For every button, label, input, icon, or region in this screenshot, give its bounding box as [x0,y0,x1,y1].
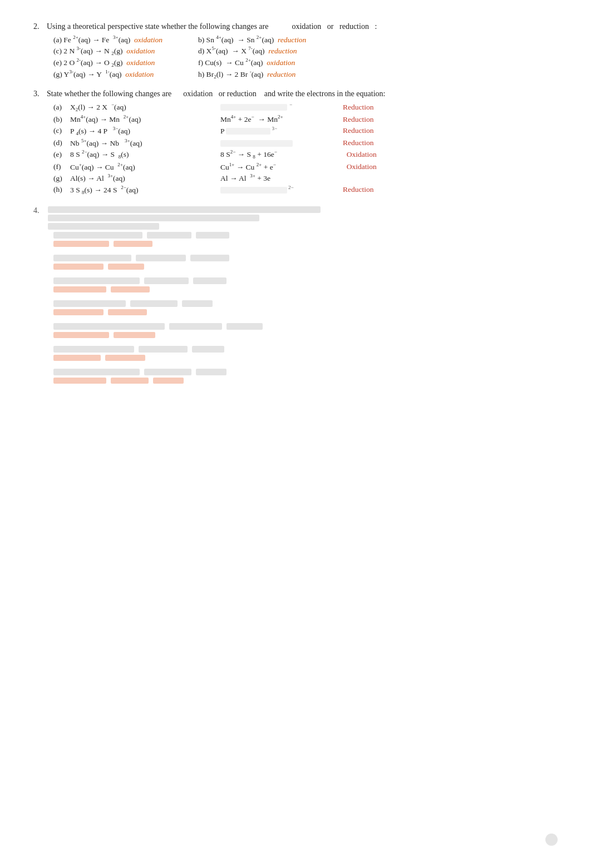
q4-blur-g-line2 [144,369,191,375]
q3-f-equation: Cu1+ → Cu 2+ + e− [220,162,343,172]
q4-blur-item-b [53,255,558,270]
q3-f-label: (f) [53,162,70,171]
q3-c-reaction: P 4(s) → 4 P 3−(aq) [70,126,181,136]
q4-blur-g-line3 [196,369,226,375]
q3-f-type: Oxidation [343,162,398,171]
q4-blur-c-ans1 [53,286,106,292]
q4-blur-f-line3 [192,346,224,353]
q4-blur-a-line2 [147,232,191,239]
q3-d-label: (d) [53,138,70,147]
q3-row-b: (b) Mn4+(aq) → Mn 2+(aq) Mn4+ + 2e− → Mn… [53,114,558,124]
q4-blur-g-line1 [53,369,140,375]
q2-row-f: f) Cu(s) → Cu 2+(aq) oxidation [198,57,354,67]
q4-blur-f-ans2 [105,355,145,361]
q3-c-equation: P 3− [220,126,343,136]
q3-b-type: Reduction [343,115,398,124]
q3-row-h: (h) 3 S 8(s) → 24 S 2−(aq) 2− Reduction [53,185,558,195]
q2-a-answer: oxidation [134,36,162,44]
page-icon [545,834,558,846]
q4-blur-item-d [53,300,558,315]
q4-blur-e-line1 [53,323,165,330]
q4-blur-d-ans1 [53,309,104,315]
q3-a-type: Reduction [343,103,398,112]
q4-blur-e-ans1 [53,332,109,338]
q2-text: Using a theoretical perspective state wh… [47,22,558,31]
q3-b-reaction: Mn4+(aq) → Mn 2+(aq) [70,114,181,124]
q3-d-reaction: Nb 5+(aq) → Nb 3+(aq) [70,138,181,148]
q3-g-label: (g) [53,174,70,183]
q2-d-answer: reduction [268,46,297,54]
q2-e-answer: oxidation [126,58,155,66]
q4-number-blurred: 4. [33,206,45,215]
q3-g-type [343,174,398,183]
question-4-blurred: 4. [33,206,558,384]
q4-blur-a-ans1 [53,241,109,247]
q3-g-equation: Al → Al 3+ + 3e [220,173,343,183]
q3-reactions-table: (a) X2(l) → 2 X −(aq) − Reduction (b) Mn… [53,102,558,195]
q4-blur-g-ans3 [153,378,184,384]
q3-b-equation: Mn4+ + 2e− → Mn2+ [220,114,343,124]
q2-number: 2. [33,22,47,31]
q3-header: 3. State whether the following changes a… [33,90,558,98]
q3-row-g: (g) Al(s) → Al 3+(aq) Al → Al 3+ + 3e [53,173,558,183]
q3-c-type: Reduction [343,126,398,135]
q3-d-charge [181,138,220,147]
q4-blur-d-line2 [130,300,178,307]
q3-row-c: (c) P 4(s) → 4 P 3−(aq) P 3− Reduction [53,126,558,136]
q4-blur-c-ans2 [111,286,150,292]
question-2: 2. Using a theoretical perspective state… [33,22,558,80]
q4-blur-b-line3 [190,255,229,261]
q2-row-h: h) Br2(l) → 2 Br -(aq) reduction [198,69,354,80]
q3-d-equation [220,138,343,147]
q3-a-equation: − [220,102,343,112]
q3-d-type: Reduction [343,138,398,147]
q2-reduction-label: reduction [339,22,369,31]
q3-g-reaction: Al(s) → Al 3+(aq) [70,173,181,183]
q3-c-label: (c) [53,126,70,135]
q3-row-f: (f) Cu+(aq) → Cu 2+(aq) Cu1+ → Cu 2+ + e… [53,162,558,172]
q3-h-type: Reduction [343,185,398,194]
q3-f-reaction: Cu+(aq) → Cu 2+(aq) [70,162,181,172]
q3-b-label: (b) [53,115,70,124]
q4-blur-line-1 [48,206,321,213]
q2-row-ab: (a) Fe 2+(aq) → Fe 3+(aq) oxidation b) S… [53,34,558,44]
q4-blur-item-e [53,323,558,338]
q2-c-answer: oxidation [126,46,155,54]
q4-blur-e-line2 [169,323,222,330]
q3-e-type: Oxidation [343,150,398,159]
q2-h-answer: reduction [267,70,296,78]
q4-blur-c-line3 [193,277,226,284]
q3-e-label: (e) [53,150,70,159]
q2-row-d: d) X5-(aq) → X 7-(aq) reduction [198,46,354,56]
q2-row-gh: (g) Y3-(aq) → Y 1-(aq) oxidation h) Br2(… [53,69,558,80]
q4-blur-e-ans2 [114,332,155,338]
q2-reactions-table: (a) Fe 2+(aq) → Fe 3+(aq) oxidation b) S… [53,34,558,80]
q4-blur-d-ans2 [108,309,147,315]
q2-row-ef: (e) 2 O 2-(aq) → O 2(g) oxidation f) Cu(… [53,57,558,68]
q4-text-blurred [48,206,558,232]
q2-row-a: (a) Fe 2+(aq) → Fe 3+(aq) oxidation [53,34,198,44]
q4-blur-e-line3 [226,323,263,330]
q4-blur-d-line3 [182,300,213,307]
q4-blur-b-ans2 [108,264,144,270]
q2-g-answer: oxidation [125,70,154,78]
q4-blur-a-line1 [53,232,142,239]
q3-text: State whether the following changes are … [47,90,558,98]
q3-a-label: (a) [53,103,70,112]
q4-blur-item-g [53,369,558,384]
q4-header-blurred: 4. [33,206,558,232]
q2-row-b: b) Sn 4+(aq) → Sn 2+(aq) reduction [198,34,354,44]
q2-row-cd: (c) 2 N 3-(aq) → N 2(g) oxidation d) X5-… [53,46,558,56]
q2-row-c: (c) 2 N 3-(aq) → N 2(g) oxidation [53,46,198,56]
q3-c-charge [181,126,220,135]
q4-blur-f-line1 [53,346,134,353]
q4-blur-a-ans2 [114,241,152,247]
q2-row-g: (g) Y3-(aq) → Y 1-(aq) oxidation [53,69,198,79]
q3-a-charge [181,103,220,112]
q4-blur-b-ans1 [53,264,104,270]
q3-e-reaction: 8 S 2−(aq) → S 8(s) [70,149,181,160]
q3-b-charge [181,115,220,124]
q2-f-answer: oxidation [267,58,295,66]
q4-blur-c-line1 [53,277,140,284]
q2-header: 2. Using a theoretical perspective state… [33,22,558,31]
